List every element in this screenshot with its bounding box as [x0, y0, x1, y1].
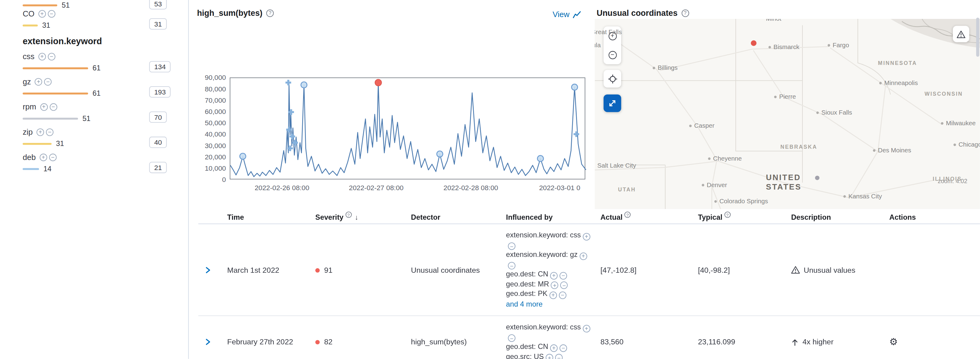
filter-out-icon[interactable]: −	[48, 53, 55, 61]
header-actions: Actions	[881, 213, 980, 221]
header-severity[interactable]: Severity?↓	[308, 213, 403, 221]
map-info-icon[interactable]: ?	[681, 9, 689, 17]
city-dot	[828, 44, 830, 46]
filter-for-icon[interactable]: +	[550, 272, 558, 279]
warning-anomaly-marker[interactable]	[538, 155, 544, 161]
state-label: ILLINOIS	[933, 176, 962, 182]
filter-for-icon[interactable]: +	[551, 282, 559, 289]
fit-to-data-button[interactable]	[603, 94, 621, 112]
filter-for-icon[interactable]: +	[583, 325, 590, 332]
filter-for-icon[interactable]: +	[550, 345, 558, 352]
influencer-term: gz	[22, 77, 31, 86]
row-expand-button[interactable]	[198, 337, 220, 346]
city-name: Bismarck	[773, 43, 799, 51]
influencer-field-heading: extension.keyword	[22, 36, 102, 46]
filter-out-icon[interactable]: −	[49, 103, 57, 111]
filter-out-icon[interactable]: −	[560, 272, 567, 279]
city-dot	[702, 184, 704, 186]
column-info-icon[interactable]: ?	[625, 212, 631, 218]
show-more-influencers-link[interactable]: and 4 more	[506, 299, 593, 309]
map-warning-button[interactable]	[953, 26, 969, 42]
influencer-count-badge: 53	[149, 0, 167, 10]
column-info-icon[interactable]: ?	[345, 212, 352, 218]
influencer-severity-bar	[22, 143, 51, 144]
state-label: UTAH	[618, 187, 636, 193]
chart-plot-area[interactable]	[230, 77, 585, 179]
header-label: Typical	[698, 213, 722, 221]
filter-out-icon[interactable]: −	[559, 291, 566, 299]
filter-out-icon[interactable]: −	[555, 354, 563, 359]
table-header-row: TimeSeverity?↓DetectorInfluenced byActua…	[198, 210, 980, 224]
filter-out-icon[interactable]: −	[48, 10, 55, 18]
filter-for-icon[interactable]: +	[37, 128, 44, 136]
chart-info-icon[interactable]: ?	[266, 9, 274, 17]
filter-out-icon[interactable]: −	[508, 262, 515, 270]
country-line2: STATES	[766, 183, 802, 192]
influencer-max-score: 61	[92, 64, 100, 72]
influencer-term-row: zip+−	[22, 127, 179, 137]
influencer-term: zip	[22, 128, 33, 137]
filter-for-icon[interactable]: +	[583, 233, 590, 241]
y-axis-label: 70,000	[205, 96, 226, 104]
city-dot	[708, 158, 710, 160]
zoom-out-button[interactable]: −	[603, 45, 621, 64]
filter-for-icon[interactable]: +	[40, 153, 47, 161]
filter-for-icon[interactable]: +	[38, 53, 46, 61]
city-label: Salt Lake City	[597, 162, 636, 169]
chart-svg	[230, 78, 586, 180]
warning-anomaly-marker[interactable]	[437, 151, 443, 157]
minus-circle-icon: −	[608, 51, 617, 59]
row-expand-button[interactable]	[198, 265, 220, 274]
header-time: Time	[220, 213, 308, 221]
city-label: Sioux Falls	[816, 109, 852, 116]
city-name: Casper	[694, 122, 715, 130]
filter-out-icon[interactable]: −	[508, 243, 515, 250]
set-view-button[interactable]	[603, 70, 621, 88]
y-axis-label: 40,000	[205, 131, 226, 138]
map-canvas[interactable]: UNITED STATES zoom: 4.02 + −	[595, 19, 980, 209]
city-dot	[941, 122, 943, 124]
vertical-divider	[188, 0, 189, 359]
multi-bucket-anomaly-marker[interactable]	[285, 80, 291, 86]
influencer-term-row: gz+−	[22, 77, 179, 87]
filter-for-icon[interactable]: +	[549, 291, 557, 299]
influencer-term: css	[22, 52, 34, 61]
city-dot	[652, 67, 655, 69]
header-detector: Detector	[403, 213, 498, 221]
severity-cell: 82	[308, 337, 403, 346]
location-dot	[815, 176, 819, 180]
filter-out-icon[interactable]: −	[560, 282, 568, 289]
influencer-entry: extension.keyword: css+−	[506, 322, 593, 342]
view-link[interactable]: View	[553, 10, 581, 19]
filter-for-icon[interactable]: +	[546, 354, 553, 359]
warning-anomaly-marker[interactable]	[301, 82, 307, 88]
filter-out-icon[interactable]: −	[44, 78, 52, 86]
filter-out-icon[interactable]: −	[46, 128, 54, 136]
y-axis-label: 20,000	[205, 153, 226, 161]
vertical-scrollbar-thumb[interactable]	[976, 18, 979, 57]
anomaly-location-dot[interactable]	[751, 40, 757, 46]
severity-dot	[315, 340, 320, 345]
warning-anomaly-marker[interactable]	[240, 153, 246, 160]
filter-out-icon[interactable]: −	[508, 335, 515, 342]
description-cell: 4x higher	[784, 337, 881, 346]
filter-for-icon[interactable]: +	[35, 78, 42, 86]
metric-line	[230, 83, 586, 177]
filter-for-icon[interactable]: +	[40, 103, 48, 111]
critical-anomaly-marker[interactable]	[375, 79, 382, 86]
sort-descending-icon[interactable]: ↓	[355, 213, 358, 221]
influencer-entry: geo.src: US+−	[506, 352, 593, 359]
actions-gear-icon[interactable]: ⚙	[889, 336, 898, 347]
influencer-term: rpm	[22, 103, 36, 112]
column-info-icon[interactable]: ?	[724, 212, 731, 218]
filter-for-icon[interactable]: +	[579, 252, 587, 260]
multi-bucket-anomaly-marker[interactable]	[574, 131, 579, 137]
influencer-severity-bar	[22, 117, 78, 119]
map-title-row: Unusual coordinates ?	[597, 8, 689, 18]
actual-cell: [47,-102.8]	[593, 265, 690, 274]
filter-out-icon[interactable]: −	[560, 345, 567, 352]
warning-anomaly-marker[interactable]	[571, 84, 578, 90]
influencer-item: zip+−3140	[22, 127, 179, 152]
filter-for-icon[interactable]: +	[38, 10, 46, 18]
filter-out-icon[interactable]: −	[49, 153, 57, 161]
